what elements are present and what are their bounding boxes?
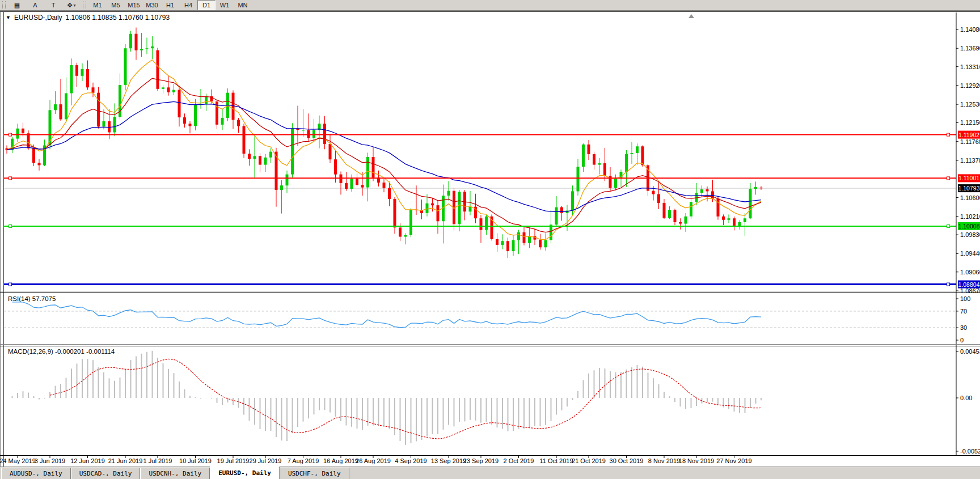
rsi-indicator-label: RSI(14) 57.7075 [8, 295, 56, 302]
timeframe-h4-button[interactable]: H4 [179, 0, 197, 10]
toolbar-grip[interactable] [2, 1, 6, 9]
date-axis-label: 4 Sep 2019 [395, 457, 426, 464]
date-axis-label: 11 Oct 2019 [539, 457, 573, 464]
candle-body [528, 236, 531, 243]
svg-text:1.10008: 1.10008 [958, 223, 980, 230]
toolbar: ▦ A T ✥▾ M1 M5 M15 M30 H1 H4 D1 W1 MN [0, 0, 980, 11]
line-anchor-handle [9, 177, 12, 180]
svg-text:0: 0 [960, 337, 964, 344]
candle-body [302, 130, 305, 130]
date-axis-label: 21 Oct 2019 [572, 457, 606, 464]
chart-shift-marker-icon[interactable] [688, 14, 694, 18]
candle-body [733, 218, 736, 226]
svg-text:1.09060: 1.09060 [960, 269, 980, 275]
svg-text:1.11902: 1.11902 [958, 132, 979, 138]
svg-text:1.10793: 1.10793 [958, 185, 980, 192]
candle-body [437, 205, 440, 221]
text-box-icon[interactable]: T [44, 0, 62, 10]
timeframe-m30-button[interactable]: M30 [143, 0, 161, 10]
candle-body [409, 210, 412, 235]
candle-body [157, 50, 159, 89]
macd-indicator-label: MACD(12,26,9) -0.000201 -0.001114 [8, 348, 115, 355]
candle-body [372, 157, 375, 178]
candle-body [183, 117, 186, 124]
symbol-period-label: EURUSD-,Daily [14, 14, 62, 22]
tab-usdcnh-daily[interactable]: USDCNH-, Daily [140, 468, 210, 479]
tab-usdchf-daily[interactable]: USDCHF-, Daily [280, 468, 349, 479]
chart-tab-bar: AUDUSD-, Daily USDCAD-, Daily USDCNH-, D… [0, 467, 980, 479]
candle-body [582, 145, 585, 167]
date-axis-label: 21 Jun 2019 [108, 457, 143, 464]
candle-body [65, 93, 67, 119]
candle-body [307, 130, 310, 138]
line-anchor-handle [9, 224, 12, 227]
timeframe-m5-button[interactable]: M5 [107, 0, 125, 10]
candle-body [135, 34, 138, 50]
candle-body [469, 207, 472, 212]
candle-body [447, 191, 450, 196]
candle-body [323, 124, 326, 144]
label-a-icon[interactable]: A [26, 0, 44, 10]
date-axis-label: 12 Jun 2019 [70, 457, 105, 464]
candle-body [383, 183, 386, 188]
candle-body [571, 191, 574, 210]
candle-body [86, 69, 89, 87]
timeframe-w1-button[interactable]: W1 [216, 0, 234, 10]
svg-text:100: 100 [960, 295, 970, 302]
line-anchor-handle [947, 177, 950, 180]
date-axis-label: 7 Aug 2019 [288, 457, 319, 464]
candle-body [636, 146, 639, 153]
date-axis-label: 24 May 2019 [0, 457, 36, 464]
svg-text:1.13310: 1.13310 [960, 63, 980, 70]
candle-body [663, 203, 666, 218]
candle-body [603, 163, 606, 176]
timeframe-h1-button[interactable]: H1 [161, 0, 179, 10]
date-axis-label: 23 Sep 2019 [463, 457, 499, 464]
candle-body [738, 222, 741, 226]
tab-audusd-daily[interactable]: AUDUSD-, Daily [1, 468, 71, 479]
candle-body [690, 202, 692, 217]
symbol-dropdown-icon[interactable]: ▼ [6, 15, 11, 20]
chart-title: ▼ EURUSD-,Daily 1.10806 1.10835 1.10760 … [6, 14, 170, 22]
tab-usdcad-daily[interactable]: USDCAD-, Daily [71, 468, 141, 479]
candle-body [151, 46, 154, 48]
chart-canvas[interactable]: 1.119021.110011.100081.088041.140801.136… [0, 11, 980, 467]
candle-body [394, 199, 396, 227]
candle-body [711, 191, 714, 198]
tab-eurusd-daily[interactable]: EURUSD-, Daily [210, 467, 280, 479]
svg-text:1.09440: 1.09440 [960, 250, 980, 257]
candle-body [760, 188, 763, 188]
date-axis-label: 8 Nov 2019 [648, 457, 680, 464]
shapes-cursor-icon[interactable]: ✥▾ [62, 0, 81, 10]
timeframe-mn-button[interactable]: MN [234, 0, 252, 10]
candle-body [248, 154, 251, 159]
candle-body [108, 121, 111, 133]
candle-body [27, 133, 30, 148]
line-anchor-handle [9, 133, 12, 136]
candle-body [631, 153, 633, 154]
svg-text:1.12530: 1.12530 [960, 101, 980, 108]
date-axis-label: 13 Sep 2019 [431, 457, 466, 464]
candle-body [329, 144, 332, 159]
svg-text:30: 30 [960, 324, 967, 331]
line-anchor-handle [9, 283, 12, 286]
toolbar-grip[interactable] [83, 1, 86, 9]
date-axis-label: 19 Jul 2019 [217, 457, 250, 464]
candle-body [700, 189, 703, 193]
date-axis-label: 18 Nov 2019 [679, 457, 714, 464]
candle-body [560, 207, 563, 213]
candle-body [38, 163, 41, 165]
timeframe-m1-button[interactable]: M1 [88, 0, 107, 10]
timeframe-m15-button[interactable]: M15 [125, 0, 143, 10]
candle-body [16, 129, 19, 139]
candle-body [399, 227, 402, 236]
svg-text:-0.005205: -0.005205 [960, 448, 980, 455]
candle-body [674, 210, 677, 222]
candle-body [312, 130, 315, 138]
dropdown-caret-icon: ▾ [74, 3, 76, 8]
svg-text:1.10600: 1.10600 [960, 194, 980, 201]
timeframe-d1-button[interactable]: D1 [197, 0, 216, 10]
letter-t-glyph: T [52, 2, 56, 9]
candle-body [754, 187, 757, 189]
indicators-grid-icon[interactable]: ▦ [8, 0, 26, 10]
